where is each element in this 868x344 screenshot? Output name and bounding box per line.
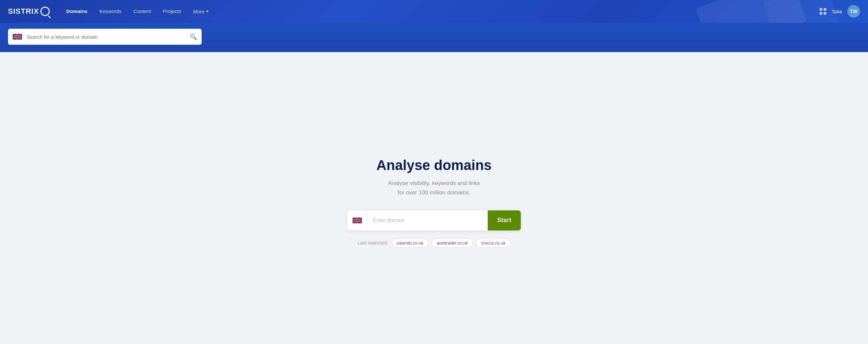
- last-searched-label: Last searched:: [358, 240, 388, 246]
- logo-search-icon: [40, 7, 50, 16]
- last-searched-item-1[interactable]: autotrader.co.uk: [432, 238, 473, 248]
- nav-links: Domains Keywords Content Projects More: [60, 6, 820, 17]
- hero-subtitle: Analyse visibility, keywords and links f…: [388, 179, 480, 197]
- nav-item-content[interactable]: Content: [127, 6, 157, 17]
- domain-input[interactable]: [368, 218, 488, 224]
- top-search-area: 🔍: [0, 23, 868, 52]
- top-search-button[interactable]: 🔍: [185, 33, 202, 40]
- domain-flag-wrapper[interactable]: [347, 210, 368, 230]
- nav-item-more[interactable]: More: [187, 6, 215, 17]
- domain-search-box: Start: [347, 210, 521, 230]
- top-search-container: 🔍: [8, 29, 202, 45]
- nav-item-keywords[interactable]: Keywords: [93, 6, 127, 17]
- navbar: SISTRIX Domains Keywords Content Project…: [0, 0, 868, 23]
- brand-name: SISTRIX: [8, 7, 39, 16]
- last-searched: Last searched: zalando.co.uk autotrader.…: [358, 238, 510, 248]
- nav-right: Talia TW: [819, 5, 860, 18]
- chevron-down-icon: [206, 11, 209, 12]
- nav-item-domains[interactable]: Domains: [60, 6, 93, 17]
- logo[interactable]: SISTRIX: [8, 7, 50, 16]
- start-button[interactable]: Start: [488, 210, 521, 230]
- last-searched-item-2[interactable]: crocus.co.uk: [476, 238, 510, 248]
- user-name: Talia: [832, 9, 842, 15]
- uk-flag-icon: [13, 34, 22, 40]
- top-search-input[interactable]: [27, 34, 185, 40]
- nav-item-projects[interactable]: Projects: [157, 6, 187, 17]
- hero-title: Analyse domains: [376, 157, 491, 173]
- main-content: Analyse domains Analyse visibility, keyw…: [0, 52, 868, 344]
- user-avatar[interactable]: TW: [847, 5, 860, 18]
- search-magnifier-icon: 🔍: [190, 33, 197, 40]
- domain-uk-flag-icon: [352, 218, 362, 224]
- top-flag-wrapper: [8, 34, 27, 40]
- last-searched-item-0[interactable]: zalando.co.uk: [392, 238, 428, 248]
- apps-icon[interactable]: [819, 8, 826, 15]
